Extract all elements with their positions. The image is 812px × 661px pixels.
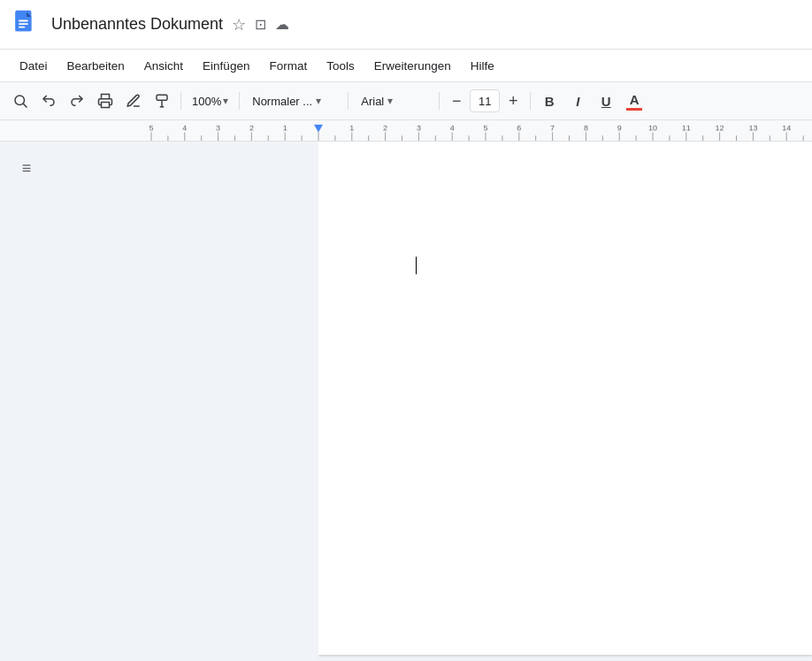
- underline-label: U: [601, 94, 611, 109]
- toolbar: 100% ▾ Normaler ... ▾ Arial ▾ − + B I U …: [0, 81, 812, 120]
- paint-format-button[interactable]: [149, 88, 175, 114]
- menu-item-erweiterungen[interactable]: Erweiterungen: [365, 54, 460, 78]
- star-icon[interactable]: ☆: [232, 15, 246, 35]
- title-icons: ☆ ⊡ ☁: [232, 15, 289, 35]
- font-size-control: − +: [445, 89, 525, 112]
- sidebar: ≡: [0, 142, 318, 661]
- menu-item-format[interactable]: Format: [260, 54, 316, 78]
- separator-5: [530, 92, 531, 110]
- svg-rect-1: [19, 19, 28, 21]
- menu-item-ansicht[interactable]: Ansicht: [135, 54, 192, 78]
- bold-button[interactable]: B: [536, 88, 563, 114]
- ruler-canvas: [0, 120, 812, 141]
- font-select[interactable]: Arial ▾: [354, 91, 433, 111]
- separator-4: [439, 92, 440, 110]
- folder-icon[interactable]: ⊡: [255, 16, 266, 33]
- color-underline: [626, 108, 642, 111]
- font-value: Arial: [361, 95, 384, 108]
- text-color-button[interactable]: A: [621, 88, 647, 114]
- svg-point-4: [15, 96, 25, 105]
- menu-item-bearbeiten[interactable]: Bearbeiten: [58, 54, 134, 78]
- print-button[interactable]: [92, 88, 119, 114]
- cloud-icon[interactable]: ☁: [275, 16, 289, 33]
- font-size-decrease-button[interactable]: −: [445, 89, 468, 112]
- menu-item-einfuegen[interactable]: Einfügen: [194, 54, 258, 78]
- bold-label: B: [545, 94, 555, 109]
- svg-rect-6: [102, 103, 110, 108]
- search-button[interactable]: [7, 88, 34, 114]
- cursor-line: [416, 257, 417, 274]
- separator-3: [348, 92, 349, 110]
- doc-title[interactable]: Unbenanntes Dokument: [51, 15, 223, 34]
- menu-item-hilfe[interactable]: Hilfe: [462, 54, 503, 78]
- spellcheck-button[interactable]: [120, 88, 147, 114]
- redo-button[interactable]: [64, 88, 90, 114]
- menu-item-tools[interactable]: Tools: [318, 54, 364, 78]
- undo-button[interactable]: [35, 88, 62, 114]
- app-logo[interactable]: [11, 9, 42, 41]
- font-size-increase-button[interactable]: +: [502, 89, 525, 112]
- svg-line-5: [23, 104, 27, 107]
- color-label: A: [630, 92, 640, 107]
- svg-rect-3: [19, 26, 25, 27]
- main-content: ≡ Besprechungsnotizen: [0, 142, 812, 661]
- separator-2: [239, 92, 240, 110]
- doc-area[interactable]: Besprechungsnotizen E-Mai: [318, 142, 812, 661]
- underline-button[interactable]: U: [593, 88, 619, 114]
- style-chevron: ▾: [316, 95, 321, 107]
- style-value: Normaler ...: [252, 95, 312, 108]
- style-select[interactable]: Normaler ... ▾: [245, 91, 342, 111]
- font-chevron: ▾: [387, 95, 393, 107]
- zoom-select[interactable]: 100% ▾: [187, 93, 234, 110]
- doc-page: [318, 142, 812, 655]
- zoom-value: 100%: [192, 95, 221, 108]
- font-size-input[interactable]: [470, 89, 500, 112]
- zoom-chevron: ▾: [223, 95, 228, 107]
- title-bar: Unbenanntes Dokument ☆ ⊡ ☁: [0, 0, 812, 50]
- italic-label: I: [576, 94, 579, 109]
- outline-icon[interactable]: ≡: [14, 156, 39, 181]
- menu-bar: Datei Bearbeiten Ansicht Einfügen Format…: [0, 50, 812, 81]
- menu-item-datei[interactable]: Datei: [11, 54, 57, 78]
- italic-button[interactable]: I: [564, 88, 591, 114]
- separator-1: [180, 92, 181, 110]
- svg-rect-2: [19, 23, 28, 25]
- ruler: [0, 120, 812, 142]
